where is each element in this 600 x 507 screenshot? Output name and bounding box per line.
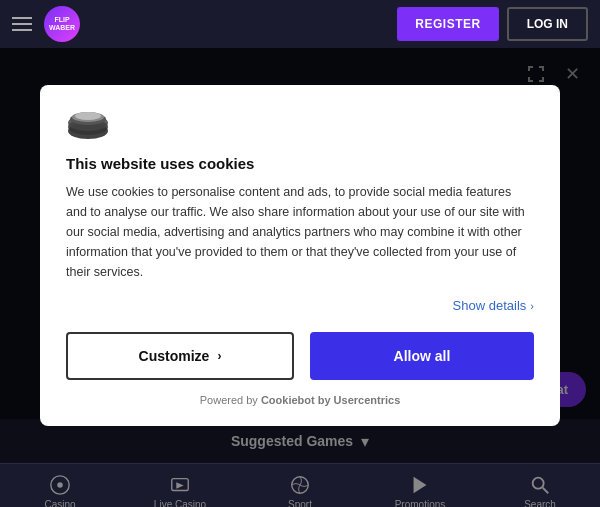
show-details-link[interactable]: Show details › [453,298,534,313]
register-button[interactable]: REGISTER [397,7,498,41]
nav-left: FLIP WABER [12,6,80,42]
bottom-nav-label-search: Search [524,499,556,508]
login-button[interactable]: LOG IN [507,7,588,41]
cookie-title: This website uses cookies [66,155,534,172]
live-casino-icon [169,474,191,496]
sport-icon [289,474,311,496]
cookie-buttons: Customize › Allow all [66,332,534,380]
logo-text: FLIP WABER [49,16,75,33]
show-details-link-container: Show details › [66,296,534,314]
promotions-icon [409,474,431,496]
cookie-brand-name: Cookiebot by Usercentrics [261,394,400,406]
bottom-nav-item-casino[interactable]: Casino [0,474,120,508]
cookie-modal: This website uses cookies We use cookies… [40,85,560,426]
chevron-right-icon: › [530,300,534,312]
search-icon [529,474,551,496]
allow-all-button[interactable]: Allow all [310,332,534,380]
svg-point-10 [533,477,544,488]
nav-right: REGISTER LOG IN [397,7,588,41]
bottom-nav-label-live-casino: Live Casino [154,499,206,508]
bottom-nav-item-live-casino[interactable]: Live Casino [120,474,240,508]
bottom-nav-item-promotions[interactable]: Promotions [360,474,480,508]
customize-chevron-icon: › [217,349,221,363]
customize-button[interactable]: Customize › [66,332,294,380]
cookie-footer: Powered by Cookiebot by Usercentrics [66,394,534,406]
bottom-nav-label-sport: Sport [288,499,312,508]
bottom-nav-item-sport[interactable]: Sport [240,474,360,508]
svg-point-7 [57,482,63,488]
cookie-body: We use cookies to personalise content an… [66,182,534,282]
modal-overlay: This website uses cookies We use cookies… [0,48,600,463]
bottom-nav-label-casino: Casino [44,499,75,508]
bottom-nav-label-promotions: Promotions [395,499,446,508]
svg-point-5 [75,112,101,120]
cookie-brand-logo [66,109,534,143]
bottom-nav-item-search[interactable]: Search [480,474,600,508]
bottom-nav: Casino Live Casino Sport Promotions Sear… [0,463,600,507]
top-nav: FLIP WABER REGISTER LOG IN [0,0,600,48]
main-area: ✕ This website uses cookies We use cooki… [0,48,600,463]
casino-icon [49,474,71,496]
hamburger-menu[interactable] [12,17,32,31]
logo[interactable]: FLIP WABER [44,6,80,42]
svg-line-11 [543,487,549,493]
